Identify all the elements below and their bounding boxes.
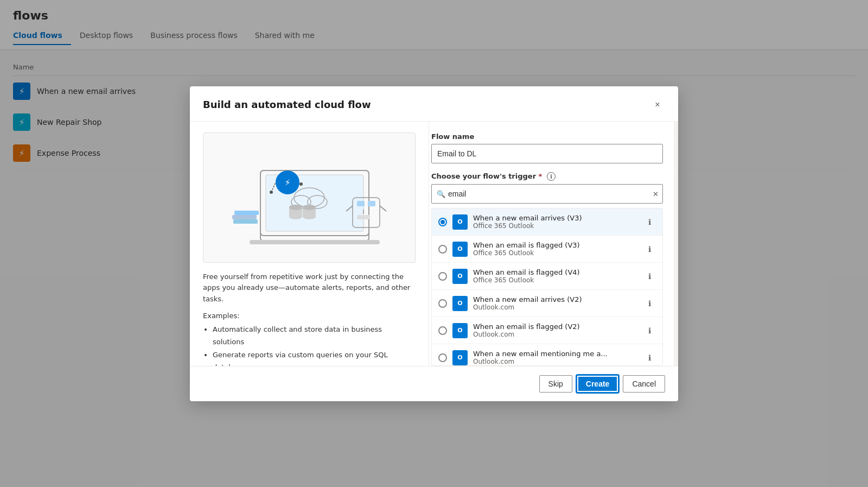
svg-rect-15 [368,201,375,206]
dialog-header: Build an automated cloud flow × [190,86,678,122]
dialog-description: Free yourself from repetitive work just … [203,271,416,305]
trigger-radio-6 [438,353,447,362]
trigger-source-2: Office 365 Outlook [473,249,637,257]
svg-rect-22 [234,211,259,215]
search-icon: 🔍 [437,190,445,198]
example-item-2: Generate reports via custom queries on y… [213,349,416,366]
dialog-body: ⚡ Free yourself from repetitive work jus… [190,122,678,366]
required-indicator: * [539,172,542,180]
trigger-item-2[interactable]: O When an email is flagged (V3) Office 3… [432,236,662,263]
dialog-footer: Skip Create Cancel [190,366,678,401]
trigger-item-3[interactable]: O When an email is flagged (V4) Office 3… [432,263,662,290]
trigger-name-4: When a new email arrives (V2) [473,295,637,303]
trigger-item-4[interactable]: O When a new email arrives (V2) Outlook.… [432,290,662,317]
dialog-right-panel: Flow name Choose your flow's trigger * i… [429,122,674,366]
trigger-info-5: When an email is flagged (V2) Outlook.co… [473,322,637,338]
trigger-search-wrapper: 🔍 ✕ [431,184,663,204]
skip-button[interactable]: Skip [539,375,572,393]
trigger-source-1: Office 365 Outlook [473,222,637,230]
trigger-detail-button-5[interactable]: ℹ [643,324,656,337]
svg-rect-14 [357,201,365,206]
trigger-app-icon-1: O [452,214,468,230]
dialog-left-panel: ⚡ Free yourself from repetitive work jus… [190,122,429,366]
dialog-title: Build an automated cloud flow [203,99,371,110]
svg-rect-20 [233,219,258,224]
trigger-detail-button-1[interactable]: ℹ [643,216,656,229]
trigger-radio-4 [438,299,447,308]
dialog-illustration: ⚡ [203,132,416,263]
svg-rect-12 [250,240,380,244]
trigger-app-icon-6: O [452,350,468,365]
svg-point-8 [289,205,302,210]
trigger-source-5: Outlook.com [473,331,637,338]
trigger-info-1: When a new email arrives (V3) Office 365… [473,214,637,230]
trigger-item-5[interactable]: O When an email is flagged (V2) Outlook.… [432,317,662,344]
trigger-source-3: Office 365 Outlook [473,276,637,284]
trigger-radio-5 [438,326,447,335]
trigger-name-2: When an email is flagged (V3) [473,241,637,249]
svg-line-19 [380,206,386,211]
trigger-info-6: When a new email mentioning me a... Outl… [473,350,637,365]
flow-name-input[interactable] [431,144,663,163]
trigger-radio-2 [438,245,447,254]
info-icon[interactable]: i [547,172,556,181]
trigger-name-1: When a new email arrives (V3) [473,214,637,222]
trigger-app-icon-2: O [452,242,468,257]
trigger-radio-1 [438,218,447,226]
create-button[interactable]: Create [577,375,619,393]
trigger-app-icon-4: O [452,296,468,311]
svg-rect-17 [357,215,370,219]
trigger-detail-button-4[interactable]: ℹ [643,297,656,310]
trigger-name-6: When a new email mentioning me a... [473,350,637,358]
search-clear-button[interactable]: ✕ [653,190,659,198]
modal-overlay: Build an automated cloud flow × [0,0,868,487]
trigger-info-3: When an email is flagged (V4) Office 365… [473,268,637,284]
svg-rect-21 [232,215,257,219]
trigger-detail-button-3[interactable]: ℹ [643,270,656,283]
trigger-item-6[interactable]: O When a new email mentioning me a... Ou… [432,344,662,366]
trigger-search-input[interactable] [431,184,663,204]
trigger-radio-3 [438,272,447,281]
trigger-app-icon-3: O [452,269,468,284]
svg-text:⚡: ⚡ [284,178,290,188]
trigger-name-3: When an email is flagged (V4) [473,268,637,276]
close-button[interactable]: × [650,97,665,112]
examples-list: Automatically collect and store data in … [203,323,416,366]
example-item-1: Automatically collect and store data in … [213,323,416,349]
svg-point-11 [303,205,316,210]
trigger-source-4: Outlook.com [473,303,637,311]
svg-point-26 [299,182,303,186]
trigger-detail-button-6[interactable]: ℹ [643,351,656,364]
trigger-info-4: When a new email arrives (V2) Outlook.co… [473,295,637,311]
dialog: Build an automated cloud flow × [190,86,678,401]
trigger-name-5: When an email is flagged (V2) [473,322,637,331]
trigger-detail-button-2[interactable]: ℹ [643,243,656,256]
dialog-examples: Examples: Automatically collect and stor… [203,312,416,366]
trigger-list: O When a new email arrives (V3) Office 3… [431,208,663,366]
trigger-source-6: Outlook.com [473,358,637,365]
trigger-info-2: When an email is flagged (V3) Office 365… [473,241,637,257]
trigger-item-1[interactable]: O When a new email arrives (V3) Office 3… [432,208,662,236]
flow-name-label: Flow name [431,132,663,141]
cancel-button[interactable]: Cancel [623,375,665,393]
trigger-label: Choose your flow's trigger * i [431,172,663,181]
examples-label: Examples: [203,312,416,320]
dialog-scrollbar[interactable] [674,122,678,366]
trigger-app-icon-5: O [452,323,468,338]
